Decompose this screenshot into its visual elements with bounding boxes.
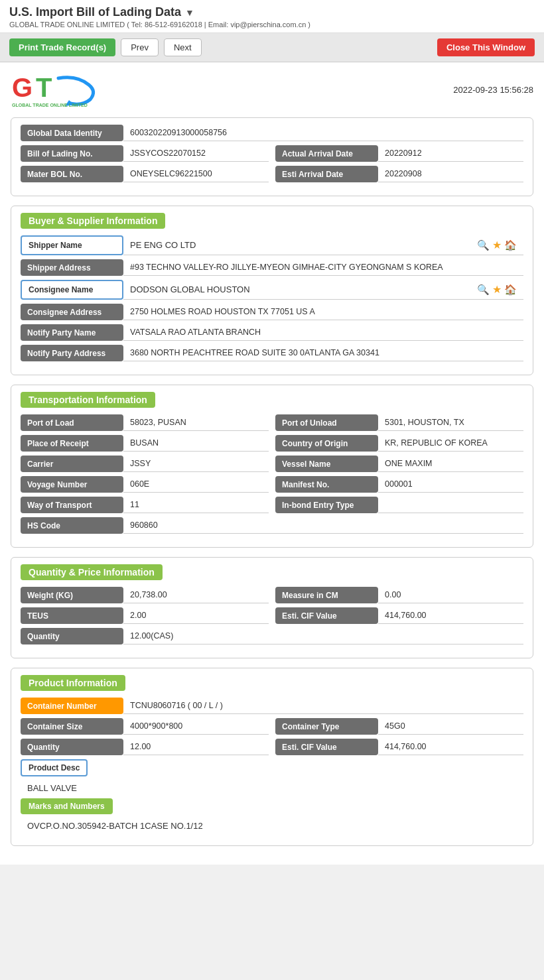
quantity-price-title: Quantity & Price Information [21, 564, 163, 580]
top-bar: U.S. Import Bill of Lading Data ▼ GLOBAL… [0, 0, 544, 33]
product-quantity-label: Quantity [21, 739, 123, 755]
product-card: Product Information Container Number TCN… [11, 668, 533, 846]
port-load-unload-row: Port of Load 58023, PUSAN Port of Unload… [21, 414, 523, 431]
country-of-origin-value: KR, REPUBLIC OF KOREA [378, 435, 523, 452]
way-of-transport-col: Way of Transport 11 [21, 497, 269, 513]
consignee-address-value: 2750 HOLMES ROAD HOUSTON TX 77051 US A [123, 304, 523, 320]
timestamp: 2022-09-23 15:56:28 [453, 85, 533, 95]
notify-party-name-label: Notify Party Name [21, 324, 123, 341]
home-icon[interactable]: 🏠 [504, 284, 517, 296]
svg-text:G: G [12, 73, 33, 102]
master-bol-label: Mater BOL No. [21, 166, 123, 182]
product-desc-label-row: Product Desc [21, 759, 523, 776]
consignee-address-label: Consignee Address [21, 304, 123, 320]
bol-no-value: JSSYCOS22070152 [123, 145, 269, 162]
place-of-receipt-value: BUSAN [123, 435, 269, 452]
vessel-name-label: Vessel Name [275, 456, 378, 472]
esti-arrival-value: 20220908 [378, 166, 523, 182]
product-quantity-value: 12.00 [123, 739, 269, 755]
svg-text:T: T [36, 73, 52, 102]
esti-cif-col: Esti. CIF Value 414,760.00 [275, 607, 523, 624]
toolbar: Print Trade Record(s) Prev Next Close Th… [0, 33, 544, 62]
shipper-address-label: Shipper Address [21, 259, 123, 276]
in-bond-entry-value [378, 497, 523, 513]
container-type-value: 45G0 [378, 718, 523, 735]
vessel-name-value: ONE MAXIM [378, 456, 523, 472]
consignee-name-value: DODSON GLOBAL HOUSTON [130, 284, 250, 294]
consignee-icons: 🔍 ★ 🏠 [477, 283, 517, 296]
place-receipt-origin-row: Place of Receipt BUSAN Country of Origin… [21, 435, 523, 452]
container-type-label: Container Type [275, 718, 378, 735]
port-of-unload-label: Port of Unload [275, 414, 378, 431]
prev-button[interactable]: Prev [121, 38, 159, 56]
global-data-identity-value: 600320220913000058756 [123, 125, 523, 141]
way-inbond-row: Way of Transport 11 In-bond Entry Type [21, 497, 523, 513]
shipper-address-value: #93 TECHNO VALLEY-RO JILLYE-MYEON GIMHAE… [123, 259, 523, 276]
esti-cif-value: 414,760.00 [378, 607, 523, 624]
quantity-row: Quantity 12.00(CAS) [21, 628, 523, 644]
measure-label: Measure in CM [275, 587, 378, 603]
container-number-value: TCNU8060716 ( 00 / L / ) [123, 698, 523, 714]
hs-code-row: HS Code 960860 [21, 517, 523, 534]
port-of-load-label: Port of Load [21, 414, 123, 431]
master-bol-col: Mater BOL No. ONEYSELC96221500 [21, 166, 269, 182]
star-icon[interactable]: ★ [492, 239, 502, 251]
search-icon[interactable]: 🔍 [477, 239, 490, 251]
notify-party-address-value: 3680 NORTH PEACHTREE ROAD SUITE 30 0ATLA… [123, 345, 523, 361]
place-of-receipt-col: Place of Receipt BUSAN [21, 435, 269, 452]
port-of-load-col: Port of Load 58023, PUSAN [21, 414, 269, 431]
logo-box: G T GLOBAL TRADE ONLINE LIMITED [11, 72, 103, 108]
search-icon[interactable]: 🔍 [477, 284, 490, 296]
container-size-label: Container Size [21, 718, 123, 735]
esti-arrival-label: Esti Arrival Date [275, 166, 378, 182]
weight-col: Weight (KG) 20,738.00 [21, 587, 269, 603]
way-of-transport-value: 11 [123, 497, 269, 513]
shipper-icons: 🔍 ★ 🏠 [477, 239, 517, 251]
vessel-name-col: Vessel Name ONE MAXIM [275, 456, 523, 472]
close-window-button[interactable]: Close This Window [437, 38, 535, 56]
container-size-value: 4000*900*800 [123, 718, 269, 735]
product-desc-label: Product Desc [21, 759, 88, 776]
country-of-origin-col: Country of Origin KR, REPUBLIC OF KOREA [275, 435, 523, 452]
consignee-name-value-cell: DODSON GLOBAL HOUSTON 🔍 ★ 🏠 [123, 280, 523, 300]
port-of-load-value: 58023, PUSAN [123, 414, 269, 431]
weight-measure-row: Weight (KG) 20,738.00 Measure in CM 0.00 [21, 587, 523, 603]
esti-cif-label: Esti. CIF Value [275, 607, 378, 624]
next-button[interactable]: Next [164, 38, 202, 56]
product-esti-cif-col: Esti. CIF Value 414,760.00 [275, 739, 523, 755]
bol-no-col: Bill of Lading No. JSSYCOS22070152 [21, 145, 269, 162]
consignee-address-row: Consignee Address 2750 HOLMES ROAD HOUST… [21, 304, 523, 320]
product-qty-cif-row: Quantity 12.00 Esti. CIF Value 414,760.0… [21, 739, 523, 755]
teus-value: 2.00 [123, 607, 269, 624]
master-bol-row: Mater BOL No. ONEYSELC96221500 Esti Arri… [21, 166, 523, 182]
esti-arrival-col: Esti Arrival Date 20220908 [275, 166, 523, 182]
voyage-number-value: 060E [123, 476, 269, 493]
actual-arrival-value: 20220912 [378, 145, 523, 162]
weight-value: 20,738.00 [123, 587, 269, 603]
quantity-value: 12.00(CAS) [123, 628, 523, 644]
voyage-number-label: Voyage Number [21, 476, 123, 493]
carrier-label: Carrier [21, 456, 123, 472]
company-logo: G T GLOBAL TRADE ONLINE LIMITED [11, 72, 103, 108]
marks-numbers-button[interactable]: Marks and Numbers [21, 798, 113, 814]
bol-no-label: Bill of Lading No. [21, 145, 123, 162]
product-title: Product Information [21, 675, 125, 691]
consignee-name-row: Consignee Name DODSON GLOBAL HOUSTON 🔍 ★… [21, 280, 523, 300]
home-icon[interactable]: 🏠 [504, 239, 517, 251]
country-of-origin-label: Country of Origin [275, 435, 378, 452]
teus-cif-row: TEUS 2.00 Esti. CIF Value 414,760.00 [21, 607, 523, 624]
star-icon[interactable]: ★ [492, 283, 502, 296]
global-data-identity-label: Global Data Identity [21, 125, 123, 141]
measure-value: 0.00 [378, 587, 523, 603]
voyage-number-col: Voyage Number 060E [21, 476, 269, 493]
print-button[interactable]: Print Trade Record(s) [9, 38, 115, 56]
product-desc-value: BALL VALVE [21, 780, 523, 798]
shipper-name-label: Shipper Name [21, 235, 123, 255]
voyage-manifest-row: Voyage Number 060E Manifest No. 000001 [21, 476, 523, 493]
manifest-no-value: 000001 [378, 476, 523, 493]
transportation-title: Transportation Information [21, 392, 155, 408]
logo-row: G T GLOBAL TRADE ONLINE LIMITED 2022-09-… [11, 72, 533, 108]
dropdown-arrow-icon[interactable]: ▼ [185, 7, 194, 18]
teus-col: TEUS 2.00 [21, 607, 269, 624]
in-bond-entry-label: In-bond Entry Type [275, 497, 378, 513]
